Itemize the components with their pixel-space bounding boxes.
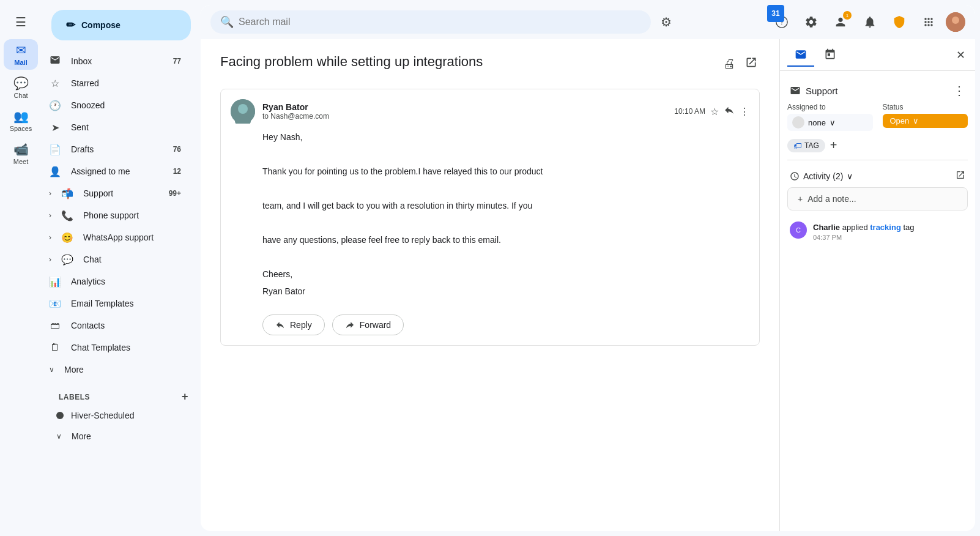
email-subject: Facing problem while setting up integrat… [220, 54, 483, 70]
nav-item-whatsapp[interactable]: › 😊 WhatsApp support [42, 226, 191, 248]
assigned-value[interactable]: none ∨ [787, 114, 873, 131]
email-templates-label: Email Templates [71, 299, 181, 308]
assigned-field: Assigned to none ∨ [787, 103, 873, 131]
nav-item-support[interactable]: › 📬 Support 99+ [42, 182, 191, 204]
open-external-icon[interactable] [743, 54, 760, 74]
support-section-header: Support ⋮ [787, 78, 968, 103]
activity-tag-word: tracking [870, 223, 901, 232]
support-section-title: Support [790, 85, 838, 96]
settings-button[interactable] [799, 10, 823, 34]
tag-icon: 🏷 [793, 141, 802, 151]
accounts-button[interactable]: 1 [828, 10, 853, 34]
activity-label: Activity (2) [803, 171, 843, 181]
assigned-chevron: ∨ [830, 118, 836, 127]
compose-icon: ✏ [66, 18, 75, 32]
sender-to: to Nash@acme.com [262, 112, 667, 121]
search-filter-icon[interactable]: ⚙ [661, 15, 672, 29]
user-avatar[interactable] [946, 12, 965, 32]
message-actions: Reply Forward [221, 310, 759, 345]
nav-item-email-templates[interactable]: 📧 Email Templates [42, 292, 191, 315]
top-bar-right: ? 1 [770, 10, 965, 34]
chat-nav-label: Chat [83, 255, 181, 264]
nav-item-drafts[interactable]: 📄 Drafts 76 [42, 138, 191, 160]
more-icon[interactable]: ⋮ [740, 106, 749, 117]
email-time: 10:10 AM [674, 107, 705, 116]
add-note-button[interactable]: + Add a note... [787, 187, 968, 210]
sidebar-item-mail[interactable]: ✉ Mail [4, 39, 38, 70]
nav-item-assigned[interactable]: 👤 Assigned to me 12 [42, 160, 191, 182]
apps-button[interactable] [916, 10, 941, 34]
activity-item: C Charlie applied tracking tag 04:37 PM [787, 218, 968, 245]
main-area: 🔍 ⚙ ? 1 [201, 5, 975, 531]
spaces-icon: 👥 [13, 109, 29, 124]
email-templates-icon: 📧 [49, 298, 61, 310]
tab-calendar[interactable] [817, 43, 844, 67]
hamburger-menu[interactable]: ☰ [6, 7, 36, 37]
label-item-hiver[interactable]: Hiver-Scheduled [49, 406, 181, 425]
reply-button[interactable]: Reply [262, 315, 325, 335]
sender-avatar [231, 99, 255, 124]
activity-header[interactable]: Activity (2) ∨ [787, 165, 968, 187]
nav-item-chat[interactable]: › 💬 Chat [42, 248, 191, 270]
nav-item-inbox[interactable]: Inbox 77 [42, 50, 191, 72]
phone-icon: 📞 [61, 210, 73, 221]
activity-suffix: tag [903, 223, 914, 232]
sidebar-item-chat[interactable]: 💬 Chat [4, 72, 38, 103]
status-badge[interactable]: Open ∨ [883, 114, 968, 128]
label-dot [56, 412, 64, 419]
star-icon[interactable]: ☆ [710, 106, 719, 117]
activity-action-word: applied [842, 223, 870, 232]
add-label-button[interactable]: + [182, 390, 188, 403]
starred-icon: ☆ [49, 78, 61, 89]
tag-chip[interactable]: 🏷 TAG [787, 139, 825, 152]
right-panel-close[interactable]: ✕ [954, 46, 968, 64]
nav-item-sent[interactable]: ➤ Sent [42, 116, 191, 138]
add-tag-button[interactable]: + [830, 138, 837, 152]
sent-label: Sent [71, 122, 181, 132]
forward-button[interactable]: Forward [332, 315, 404, 335]
nav-item-starred[interactable]: ☆ Starred [42, 72, 191, 94]
more-label: More [64, 365, 181, 374]
panel-more-button[interactable]: ⋮ [953, 83, 965, 98]
tag-row: 🏷 TAG + [787, 138, 968, 152]
assigned-name: none [808, 118, 826, 127]
phone-expand-icon: › [49, 211, 51, 220]
tab-inbox[interactable] [787, 43, 814, 67]
sidebar-item-spaces[interactable]: 👥 Spaces [4, 105, 38, 136]
compose-button[interactable]: ✏ Compose [51, 10, 191, 40]
whatsapp-expand-icon: › [49, 233, 51, 242]
inbox-icon [49, 54, 61, 68]
activity-text: Charlie applied tracking tag [813, 221, 915, 234]
labels-more-button[interactable]: ∨ More [49, 425, 181, 447]
assigned-label: Assigned to [787, 103, 873, 111]
status-chevron: ∨ [913, 116, 919, 125]
drafts-count: 76 [173, 145, 181, 154]
whatsapp-icon: 😊 [61, 232, 73, 244]
sender-info: Ryan Bator to Nash@acme.com [262, 102, 667, 121]
nav-item-snoozed[interactable]: 🕐 Snoozed [42, 94, 191, 116]
search-input[interactable] [239, 17, 641, 28]
labels-title: LABELS [59, 393, 90, 401]
snoozed-icon: 🕐 [49, 100, 61, 111]
nav-item-analytics[interactable]: 📊 Analytics [42, 270, 191, 292]
reply-icon[interactable] [724, 105, 735, 118]
email-header-actions: 🖨 [721, 54, 760, 74]
svg-point-6 [238, 104, 248, 114]
nav-item-more[interactable]: ∨ More [42, 359, 191, 381]
inbox-label: Inbox [71, 56, 163, 66]
nav-item-phone[interactable]: › 📞 Phone support [42, 204, 191, 226]
nav-item-chat-templates[interactable]: 🗒 Chat Templates [42, 337, 191, 359]
message-time: 10:10 AM ☆ ⋮ [674, 105, 749, 118]
shield-button[interactable] [887, 10, 911, 34]
contacts-icon: 🗃 [49, 320, 61, 331]
nav-item-contacts[interactable]: 🗃 Contacts [42, 315, 191, 337]
notifications-button[interactable] [858, 10, 882, 34]
labels-more-icon: ∨ [56, 432, 62, 441]
print-icon[interactable]: 🖨 [721, 54, 738, 73]
divider [787, 160, 968, 160]
sidebar-item-meet[interactable]: 📹 Meet [4, 138, 38, 169]
activity-title: Activity (2) ∨ [790, 171, 853, 181]
assigned-label: Assigned to me [71, 166, 163, 176]
activity-external-link[interactable] [956, 170, 965, 182]
panel-section-name: Support [806, 86, 838, 96]
